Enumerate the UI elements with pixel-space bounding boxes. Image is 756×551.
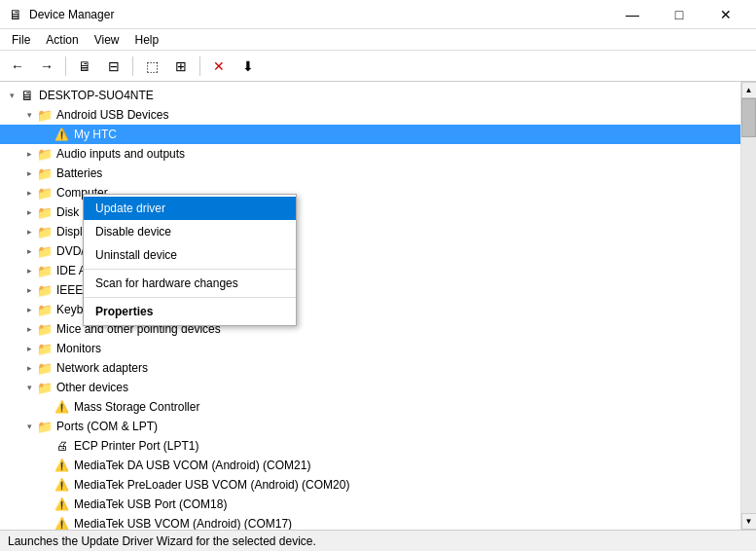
context-menu-item-uninstall-device[interactable]: Uninstall device xyxy=(84,243,296,267)
tree-toggle-mediatek-usb[interactable] xyxy=(39,496,54,512)
menu-help[interactable]: Help xyxy=(127,31,167,49)
toolbar-forward[interactable]: → xyxy=(33,54,60,79)
warning-icon: ⚠️ xyxy=(54,496,70,512)
tree-toggle-desktop[interactable] xyxy=(4,88,19,103)
status-text: Launches the Update Driver Wizard for th… xyxy=(8,534,316,548)
folder-icon: 📁 xyxy=(37,165,53,181)
app-icon: 🖥 xyxy=(8,7,23,22)
menu-action[interactable]: Action xyxy=(38,31,86,49)
toolbar-properties[interactable]: ⊟ xyxy=(100,54,127,79)
tree-label-audio: Audio inputs and outputs xyxy=(56,147,185,161)
computer-icon: 🖥 xyxy=(19,88,35,103)
menu-bar: File Action View Help xyxy=(0,29,756,51)
folder-icon: 📁 xyxy=(37,321,53,337)
scroll-down-arrow[interactable]: ▼ xyxy=(741,513,757,530)
tree-label-android-usb: Android USB Devices xyxy=(56,108,168,122)
tree-item-audio[interactable]: 📁Audio inputs and outputs xyxy=(0,144,740,164)
menu-file[interactable]: File xyxy=(4,31,38,49)
tree-item-my-htc[interactable]: ⚠️ My HTC xyxy=(0,125,740,144)
tree-toggle-network[interactable] xyxy=(21,360,37,376)
tree-label-ecp: ECP Printer Port (LPT1) xyxy=(74,439,198,453)
scroll-track[interactable] xyxy=(741,98,756,513)
folder-icon: 📁 xyxy=(37,282,53,298)
folder-icon: 📁 xyxy=(37,243,53,259)
scrollbar[interactable]: ▲ ▼ xyxy=(740,82,756,530)
tree-toggle-ide[interactable] xyxy=(21,263,37,278)
toolbar-computer[interactable]: 🖥 xyxy=(71,54,98,79)
folder-icon: 📁 xyxy=(37,224,53,239)
tree-toggle-display[interactable] xyxy=(21,224,37,239)
title-bar-text: Device Manager xyxy=(29,8,610,21)
tree-item-desktop[interactable]: 🖥DESKTOP-SUO4NTE xyxy=(0,86,740,105)
tree-label-desktop: DESKTOP-SUO4NTE xyxy=(39,89,154,102)
tree-label-batteries: Batteries xyxy=(56,166,102,180)
folder-icon: 📁 xyxy=(37,204,53,220)
tree-label-network: Network adapters xyxy=(56,361,148,375)
tree-toggle-ieee[interactable] xyxy=(21,282,37,298)
tree-item-monitors[interactable]: 📁Monitors xyxy=(0,339,740,358)
toolbar-scan[interactable]: ⊞ xyxy=(167,54,195,79)
tree-item-other[interactable]: 📁Other devices xyxy=(0,378,740,397)
toolbar-remove[interactable]: ✕ xyxy=(205,54,233,79)
context-menu-item-disable-device[interactable]: Disable device xyxy=(84,220,296,243)
tree-toggle-mediatek-da[interactable] xyxy=(39,458,54,473)
maximize-button[interactable]: □ xyxy=(657,0,702,29)
tree-label-mediatek-da: MediaTek DA USB VCOM (Android) (COM21) xyxy=(74,459,310,472)
close-button[interactable]: ✕ xyxy=(703,0,748,29)
tree-label-mediatek-vcom: MediaTek USB VCOM (Android) (COM17) xyxy=(74,517,292,530)
context-menu-item-properties[interactable]: Properties xyxy=(84,300,296,323)
tree-toggle-batteries[interactable] xyxy=(21,165,37,181)
tree-label-ports: Ports (COM & LPT) xyxy=(56,420,158,433)
toolbar-download[interactable]: ⬇ xyxy=(234,54,262,79)
scroll-thumb[interactable] xyxy=(741,98,756,137)
folder-icon: 📁 xyxy=(37,302,53,317)
folder-icon: 📁 xyxy=(37,380,53,395)
tree-toggle-keyboards[interactable] xyxy=(21,302,37,317)
warning-icon: ⚠️ xyxy=(54,458,70,473)
tree-toggle-other[interactable] xyxy=(21,380,37,395)
folder-icon: 📁 xyxy=(37,419,53,434)
tree-item-mediatek-pre[interactable]: ⚠️ MediaTek PreLoader USB VCOM (Android)… xyxy=(0,475,740,495)
tree-item-network[interactable]: 📁Network adapters xyxy=(0,358,740,378)
tree-item-mass-storage[interactable]: ⚠️ Mass Storage Controller xyxy=(0,397,740,417)
tree-toggle-dvd[interactable] xyxy=(21,243,37,259)
tree-label-other: Other devices xyxy=(56,381,128,394)
tree-item-batteries[interactable]: 📁Batteries xyxy=(0,164,740,183)
context-menu-separator xyxy=(84,269,296,270)
context-menu-separator xyxy=(84,297,296,298)
tree-toggle-monitors[interactable] xyxy=(21,341,37,356)
tree-toggle-mass-storage[interactable] xyxy=(39,399,54,415)
toolbar-sep2 xyxy=(132,56,133,76)
tree-toggle-audio[interactable] xyxy=(21,146,37,162)
tree-toggle-ports[interactable] xyxy=(21,419,37,434)
title-bar-buttons: — □ ✕ xyxy=(610,0,748,29)
menu-view[interactable]: View xyxy=(87,31,127,49)
context-menu-item-scan-hardware[interactable]: Scan for hardware changes xyxy=(84,272,296,295)
tree-label-mediatek-usb: MediaTek USB Port (COM18) xyxy=(74,497,227,511)
tree-toggle-disk[interactable] xyxy=(21,204,37,220)
context-menu-item-update-driver[interactable]: Update driver xyxy=(84,197,296,220)
toolbar-sep3 xyxy=(199,56,200,76)
tree-item-ecp[interactable]: 🖨ECP Printer Port (LPT1) xyxy=(0,436,740,456)
tree-toggle-mice[interactable] xyxy=(21,321,37,337)
tree-item-android-usb[interactable]: 📁Android USB Devices xyxy=(0,105,740,125)
toolbar-back[interactable]: ← xyxy=(4,54,31,79)
tree-item-ports[interactable]: 📁Ports (COM & LPT) xyxy=(0,417,740,436)
warning-icon: ⚠️ xyxy=(54,477,70,493)
tree-toggle-mediatek-pre[interactable] xyxy=(39,477,54,493)
warning-icon: ⚠️ xyxy=(54,516,70,530)
minimize-button[interactable]: — xyxy=(610,0,655,29)
tree-label-mass-storage: Mass Storage Controller xyxy=(74,400,199,414)
toolbar-update[interactable]: ⬚ xyxy=(138,54,165,79)
tree-item-mediatek-usb[interactable]: ⚠️ MediaTek USB Port (COM18) xyxy=(0,495,740,514)
scroll-up-arrow[interactable]: ▲ xyxy=(741,82,757,98)
tree-toggle-my-htc[interactable] xyxy=(39,127,54,142)
tree-toggle-mediatek-vcom[interactable] xyxy=(39,516,54,530)
tree-item-mediatek-da[interactable]: ⚠️ MediaTek DA USB VCOM (Android) (COM21… xyxy=(0,456,740,475)
tree-toggle-computer[interactable] xyxy=(21,185,37,201)
tree-item-mediatek-vcom[interactable]: ⚠️ MediaTek USB VCOM (Android) (COM17) xyxy=(0,514,740,530)
tree-toggle-android-usb[interactable] xyxy=(21,107,37,123)
tree-view[interactable]: 🖥DESKTOP-SUO4NTE📁Android USB Devices ⚠️ … xyxy=(0,82,740,530)
tree-toggle-ecp[interactable] xyxy=(39,438,54,454)
tree-label-mediatek-pre: MediaTek PreLoader USB VCOM (Android) (C… xyxy=(74,478,349,492)
